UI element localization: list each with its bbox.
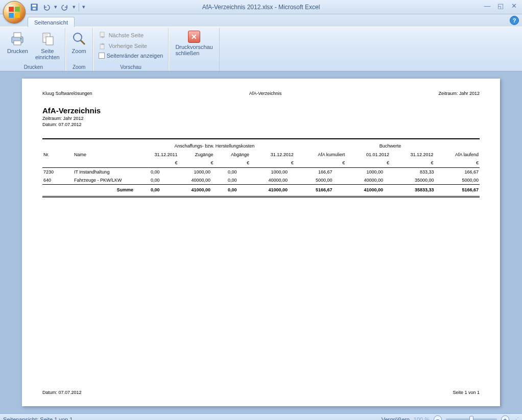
close-button[interactable]: ✕ [508, 1, 520, 10]
page-setup-button[interactable]: Seiteeinrichten [32, 29, 63, 64]
svg-rect-12 [46, 37, 53, 45]
tab-print-preview[interactable]: Seitenansicht [28, 17, 75, 27]
printer-icon [9, 31, 26, 47]
quick-access-toolbar: ▾ ▾ ▾ [29, 2, 86, 13]
undo-dropdown[interactable]: ▾ [53, 4, 58, 10]
checkbox-icon [99, 53, 105, 59]
prev-page-label: Vorherige Seite [109, 43, 147, 49]
svg-rect-2 [9, 13, 14, 18]
col-end: 31.12.2012 [250, 150, 295, 159]
zoom-out-button[interactable]: − [434, 415, 442, 420]
next-page-label: Nächste Seite [109, 32, 144, 38]
group-label-close [171, 64, 217, 71]
col-name: Name [73, 150, 134, 159]
col-afalauf: AfA laufend [435, 150, 480, 159]
page-footer-right: Seite 1 von 1 [453, 390, 480, 395]
show-margins-label: Seitenränder anzeigen [107, 53, 163, 59]
col-nr: Nr. [42, 150, 73, 159]
redo-button[interactable] [59, 2, 70, 13]
col-start: 31.12.2011 [134, 150, 179, 159]
qat-separator [79, 3, 79, 11]
page-header-left: Kluug Softwarelösungen [42, 91, 92, 96]
magnifier-icon [71, 31, 87, 47]
col-group-bookvalue: Buchwerte [346, 140, 434, 150]
svg-line-14 [81, 40, 85, 44]
zoom-button[interactable]: Zoom [68, 29, 90, 64]
ribbon: Drucken Seiteeinrichten Drucken Zoom Zoo… [0, 27, 522, 71]
status-page-indicator: Seitenansicht: Seite 1 von 1 [3, 416, 73, 420]
prev-page-icon [99, 42, 107, 50]
page-setup-icon [39, 31, 56, 47]
statusbar: Seitenansicht: Seite 1 von 1 Vergrößern … [0, 413, 522, 420]
office-logo-icon [8, 6, 21, 19]
svg-rect-3 [15, 13, 20, 18]
preview-page: Kluug Softwarelösungen AfA-Verzeichnis Z… [22, 79, 500, 406]
svg-point-13 [74, 33, 82, 41]
svg-rect-0 [9, 7, 14, 12]
table-row: 640 Fahrzeuge - PKW/LKW 0,00 40000,00 0,… [42, 176, 480, 184]
restore-button[interactable]: ◱ [494, 1, 507, 10]
sum-row: Summe 0,00 41000,00 0,00 41000,00 5166,6… [42, 185, 480, 195]
status-zoom-hint: Vergrößern [382, 416, 410, 420]
rule-bottom [42, 196, 480, 197]
titlebar: ▾ ▾ ▾ AfA-Verzeichnis 2012.xlsx - Micros… [0, 0, 522, 14]
status-zoom-level[interactable]: 100 % [414, 416, 430, 420]
page-header-right: Zeitraum: Jahr 2012 [438, 91, 480, 96]
prev-page-button: Vorherige Seite [97, 41, 165, 51]
table-row: 7230 IT Instandhaltung 0,00 1000,00 0,00… [42, 168, 480, 176]
close-preview-label: Druckvorschauschließen [175, 44, 212, 56]
svg-rect-9 [14, 41, 21, 45]
qat-customize-dropdown[interactable]: ▾ [81, 4, 86, 10]
report-table: Anschaffungs- bzw. Herstellungskosten Bu… [42, 138, 480, 197]
zoom-in-button[interactable]: + [501, 415, 509, 420]
group-label-zoom: Zoom [68, 64, 90, 71]
svg-rect-8 [14, 33, 21, 37]
ribbon-group-zoom: Zoom Zoom [65, 28, 93, 71]
undo-icon [43, 4, 50, 11]
redo-icon [61, 4, 68, 11]
save-button[interactable] [29, 2, 40, 13]
page-footer-left: Datum: 07.07.2012 [42, 390, 82, 395]
ribbon-tabbar: Seitenansicht ? [0, 14, 522, 27]
svg-rect-6 [33, 8, 36, 10]
redo-dropdown[interactable]: ▾ [72, 4, 77, 10]
col-zug: Zugänge [179, 150, 215, 159]
print-button[interactable]: Drucken [4, 29, 31, 64]
page-setup-label: Seiteeinrichten [35, 48, 60, 60]
col-afakum: AfA kumuliert [295, 150, 346, 159]
ribbon-group-preview: Nächste Seite Vorherige Seite Seitenränd… [93, 28, 169, 71]
report-date: Datum: 07.07.2012 [42, 122, 480, 127]
rule-top [42, 138, 480, 139]
resize-grip-icon[interactable]: ⋰ [513, 416, 519, 421]
save-icon [31, 4, 38, 11]
report-title: AfA-Verzeichnis [42, 106, 480, 115]
svg-point-10 [20, 38, 22, 40]
next-page-button: Nächste Seite [97, 30, 165, 40]
office-button[interactable] [3, 1, 26, 23]
group-label-print: Drucken [4, 64, 63, 71]
group-label-preview: Vorschau [96, 64, 167, 71]
page-header: Kluug Softwarelösungen AfA-Verzeichnis Z… [42, 91, 480, 96]
svg-rect-5 [32, 5, 36, 7]
zoom-label: Zoom [72, 48, 86, 54]
col-bw-start: 01.01.2012 [346, 150, 390, 159]
undo-button[interactable] [41, 2, 52, 13]
close-preview-button[interactable]: ✕ Druckvorschauschließen [171, 29, 217, 64]
minimize-button[interactable]: — [481, 1, 493, 10]
show-margins-checkbox[interactable]: Seitenränder anzeigen [97, 52, 165, 60]
col-group-acquisition: Anschaffungs- bzw. Herstellungskosten [134, 140, 295, 150]
zoom-slider-thumb[interactable] [469, 416, 473, 420]
svg-rect-1 [15, 7, 20, 12]
print-label: Drucken [7, 48, 28, 54]
col-bw-end: 31.12.2012 [390, 150, 435, 159]
help-button[interactable]: ? [510, 16, 519, 25]
ribbon-group-print: Drucken Seiteeinrichten Drucken [2, 28, 65, 71]
page-header-center: AfA-Verzeichnis [249, 91, 282, 96]
close-icon: ✕ [188, 31, 200, 43]
window-controls: — ◱ ✕ [481, 1, 520, 10]
next-page-icon [99, 31, 107, 39]
col-abg: Abgänge [214, 150, 250, 159]
page-footer: Datum: 07.07.2012 Seite 1 von 1 [42, 390, 480, 395]
report-period: Zeitraum: Jahr 2012 [42, 116, 480, 121]
preview-workspace[interactable]: Kluug Softwarelösungen AfA-Verzeichnis Z… [0, 71, 522, 413]
